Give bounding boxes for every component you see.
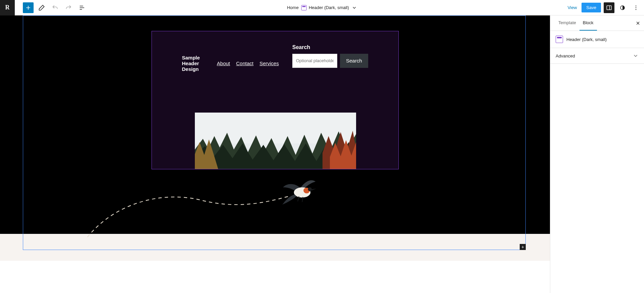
close-sidebar-button[interactable] bbox=[633, 18, 643, 28]
undo-button[interactable] bbox=[50, 2, 60, 13]
canvas: + Sample Header Design About Contact Ser… bbox=[0, 15, 550, 293]
settings-sidebar: Template Block Header (Dark, small) Adva… bbox=[550, 15, 644, 293]
nav-link[interactable]: Services bbox=[259, 60, 279, 66]
template-part-icon bbox=[556, 36, 563, 43]
svg-point-1 bbox=[636, 5, 636, 6]
append-block-button[interactable]: + bbox=[520, 244, 526, 250]
tab-block[interactable]: Block bbox=[579, 15, 597, 31]
primary-nav: About Contact Services bbox=[217, 60, 279, 66]
search-input[interactable] bbox=[292, 54, 337, 68]
chevron-down-icon bbox=[352, 5, 357, 10]
list-view-button[interactable] bbox=[77, 2, 87, 13]
nav-link[interactable]: About bbox=[217, 60, 230, 66]
chevron-down-icon bbox=[633, 53, 639, 59]
more-menu-button[interactable] bbox=[631, 2, 641, 13]
sidebar-tabs: Template Block bbox=[550, 15, 644, 31]
breadcrumb-template-part: Header (Dark, small) bbox=[301, 5, 349, 10]
sidebar-block-title: Header (Dark, small) bbox=[550, 31, 644, 48]
hero-image[interactable] bbox=[195, 113, 356, 169]
styles-toggle[interactable] bbox=[617, 2, 628, 13]
sidebar-block-name: Header (Dark, small) bbox=[566, 37, 607, 42]
advanced-panel-toggle[interactable]: Advanced bbox=[550, 48, 644, 64]
breadcrumb-template-part-label: Header (Dark, small) bbox=[309, 5, 349, 10]
search-button[interactable]: Search bbox=[340, 54, 368, 68]
settings-sidebar-toggle[interactable] bbox=[604, 2, 614, 13]
header-block[interactable]: Sample Header Design About Contact Servi… bbox=[152, 31, 399, 169]
add-block-button[interactable] bbox=[23, 2, 34, 13]
bird-illustration bbox=[280, 176, 318, 206]
header-row: Sample Header Design About Contact Servi… bbox=[152, 31, 398, 72]
page-body-area[interactable] bbox=[0, 234, 550, 261]
svg-point-8 bbox=[308, 187, 312, 191]
tab-template[interactable]: Template bbox=[555, 15, 579, 31]
close-icon bbox=[635, 20, 641, 26]
svg-point-3 bbox=[636, 9, 636, 10]
site-title[interactable]: Sample Header Design bbox=[182, 55, 204, 72]
page-preview[interactable]: + Sample Header Design About Contact Ser… bbox=[0, 15, 550, 234]
topbar: R Home Header (Dark, small) View Save bbox=[0, 0, 644, 15]
svg-point-2 bbox=[636, 7, 636, 8]
document-breadcrumb[interactable]: Home Header (Dark, small) bbox=[287, 5, 357, 10]
advanced-label: Advanced bbox=[556, 53, 575, 58]
topbar-left: R bbox=[0, 0, 87, 15]
search-block: Search Search bbox=[292, 44, 368, 68]
edit-tool-button[interactable] bbox=[36, 2, 47, 13]
svg-rect-5 bbox=[195, 113, 356, 143]
search-label[interactable]: Search bbox=[292, 44, 368, 50]
save-button[interactable]: Save bbox=[582, 3, 601, 12]
topbar-right: View Save bbox=[565, 2, 641, 13]
view-button[interactable]: View bbox=[565, 5, 579, 10]
breadcrumb-page: Home bbox=[287, 5, 299, 10]
redo-button[interactable] bbox=[63, 2, 74, 13]
app-logo[interactable]: R bbox=[0, 0, 15, 15]
bird-trail bbox=[87, 190, 289, 237]
canvas-scroll[interactable]: + Sample Header Design About Contact Ser… bbox=[0, 15, 550, 293]
nav-link[interactable]: Contact bbox=[236, 60, 254, 66]
search-row: Search bbox=[292, 54, 368, 68]
svg-rect-0 bbox=[607, 6, 611, 10]
template-part-icon bbox=[301, 5, 307, 10]
main-row: + Sample Header Design About Contact Ser… bbox=[0, 15, 644, 293]
